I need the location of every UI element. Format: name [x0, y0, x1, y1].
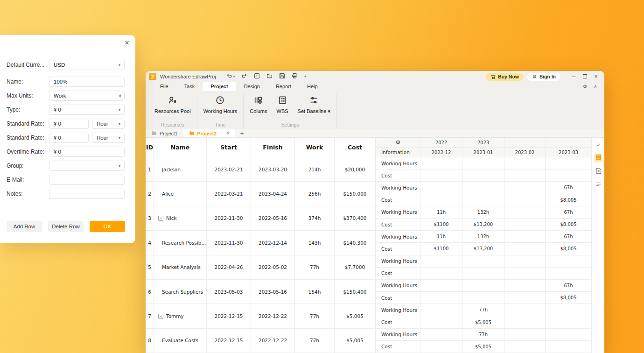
add-row-button[interactable]: Add Row — [7, 221, 42, 232]
task-cell-work[interactable]: 77h — [295, 329, 335, 353]
undo-icon[interactable]: ▾ — [226, 72, 235, 81]
save-icon[interactable] — [279, 72, 285, 81]
spinner-arrows-icon[interactable]: ▴▾ — [119, 94, 121, 98]
field-select[interactable]: ¥ 0▾ — [49, 105, 125, 115]
field-input[interactable]: ¥ 0 — [49, 147, 125, 157]
task-cell-finish[interactable]: 2022-12-14 — [251, 231, 295, 255]
hours-value-cell[interactable] — [504, 219, 546, 231]
report-view-icon[interactable] — [594, 154, 602, 162]
hours-value-cell[interactable] — [504, 255, 546, 268]
task-cell-id[interactable]: 4 — [146, 231, 154, 255]
task-cell-id[interactable]: 8 — [146, 329, 154, 353]
task-cell-work[interactable]: 77h — [295, 255, 335, 280]
task-cell-name[interactable]: Search Suppliers — [154, 280, 207, 304]
task-cell-finish[interactable]: 2022-12-22 — [251, 304, 295, 328]
field-input-unit[interactable]: ¥ 0 — [49, 133, 89, 143]
task-cell-id[interactable]: 5 — [146, 255, 154, 280]
menu-item-help[interactable]: Help — [299, 82, 326, 91]
buy-now-button[interactable]: Buy Now — [486, 73, 524, 81]
hours-value-cell[interactable] — [462, 194, 504, 206]
hours-value-cell[interactable]: $8,005 — [546, 194, 592, 206]
hours-value-cell[interactable]: 132h — [462, 231, 504, 243]
hours-value-cell[interactable]: 132h — [462, 206, 504, 219]
hours-value-cell[interactable]: 67h — [546, 182, 592, 194]
task-cell-id[interactable]: 7 — [146, 304, 154, 328]
hours-value-cell[interactable] — [462, 255, 504, 268]
task-cell-name[interactable]: Evaluate Costs — [154, 329, 207, 353]
hours-value-cell[interactable] — [504, 169, 546, 182]
menu-item-design[interactable]: Design — [236, 82, 268, 91]
settings-gear-icon[interactable]: ⚙ — [583, 84, 588, 89]
ribbon-button-resources-pool[interactable]: Resources Pool — [150, 94, 195, 114]
print-icon[interactable] — [292, 72, 298, 81]
delete-row-button[interactable]: Delete Row — [48, 221, 84, 232]
hours-settings-cell[interactable]: ⚙ — [376, 138, 420, 148]
task-cell-start[interactable]: 2023-05-03 — [207, 280, 251, 304]
dialog-close-icon[interactable]: × — [125, 39, 129, 47]
hours-value-cell[interactable] — [504, 206, 546, 219]
hours-value-cell[interactable] — [504, 292, 546, 304]
hours-value-cell[interactable] — [420, 280, 462, 292]
tab-project2[interactable]: Project2× — [183, 129, 235, 137]
task-cell-name[interactable]: –Nick — [154, 206, 207, 231]
menu-item-report[interactable]: Report — [268, 82, 299, 91]
hours-value-cell[interactable] — [420, 292, 462, 304]
hours-value-cell[interactable] — [420, 169, 462, 182]
expand-panel-icon[interactable]: » — [594, 140, 602, 148]
hours-value-cell[interactable]: 11h — [420, 231, 462, 243]
hours-value-cell[interactable] — [546, 341, 592, 353]
hours-value-cell[interactable] — [420, 329, 462, 341]
sign-in-button[interactable]: Sign In — [527, 73, 560, 81]
task-cell-finish[interactable]: 2022-05-02 — [251, 255, 295, 280]
hours-value-cell[interactable]: $5,005 — [462, 341, 504, 353]
close-button[interactable]: × — [592, 73, 600, 80]
collapse-expander-icon[interactable]: – — [158, 314, 163, 319]
task-cell-work[interactable]: 143h — [295, 231, 335, 255]
ribbon-button-working-hours[interactable]: Working Hours — [199, 94, 242, 114]
menu-item-file[interactable]: File — [152, 82, 176, 91]
hours-value-cell[interactable] — [546, 304, 592, 316]
field-input[interactable] — [49, 175, 125, 185]
hours-value-cell[interactable] — [546, 316, 592, 328]
collapse-expander-icon[interactable]: – — [158, 216, 163, 221]
open-icon[interactable] — [266, 72, 273, 81]
hours-value-cell[interactable] — [504, 329, 546, 341]
task-cell-name[interactable]: Jackson — [154, 157, 207, 182]
field-select[interactable]: USD▾ — [49, 60, 125, 70]
hours-value-cell[interactable] — [504, 341, 546, 353]
tab-project1[interactable]: Project1 — [146, 129, 183, 137]
hours-value-cell[interactable] — [504, 243, 546, 255]
hours-value-cell[interactable] — [462, 268, 504, 280]
task-cell-finish[interactable]: 2023-04-24 — [251, 182, 295, 206]
task-cell-work[interactable]: 214h — [295, 157, 335, 182]
task-cell-start[interactable]: 2022-12-15 — [207, 304, 251, 328]
ribbon-button-set-baseline[interactable]: Set Baseline ▾ — [294, 94, 335, 114]
hours-value-cell[interactable] — [504, 316, 546, 328]
task-cell-id[interactable]: 1 — [146, 157, 154, 182]
hours-value-cell[interactable]: $1100 — [420, 219, 462, 231]
hours-value-cell[interactable] — [546, 255, 592, 268]
hours-value-cell[interactable] — [504, 304, 546, 316]
outline-view-icon[interactable] — [594, 181, 602, 189]
field-unit-select[interactable]: Hour▾ — [92, 133, 125, 143]
ok-button[interactable]: OK — [90, 221, 125, 232]
menu-item-task[interactable]: Task — [176, 82, 203, 91]
hours-value-cell[interactable] — [504, 157, 546, 169]
task-cell-cost[interactable]: $370,400 — [335, 206, 376, 231]
task-cell-start[interactable]: 2022-03-21 — [207, 182, 251, 206]
hours-value-cell[interactable] — [420, 316, 462, 328]
menu-item-project[interactable]: Project — [203, 82, 236, 91]
field-select[interactable]: ▾ — [49, 161, 125, 171]
hours-value-cell[interactable] — [420, 182, 462, 194]
hours-value-cell[interactable]: $13,200 — [462, 243, 504, 255]
field-input[interactable]: 100% — [49, 77, 125, 87]
collapse-ribbon-icon[interactable]: ∧ — [594, 85, 597, 89]
hours-value-cell[interactable] — [420, 194, 462, 206]
task-cell-cost[interactable]: $20,000 — [335, 157, 376, 182]
gear-icon[interactable]: ⚙ — [396, 139, 401, 146]
task-cell-id[interactable]: 2 — [146, 182, 154, 206]
task-cell-work[interactable]: 154h — [295, 280, 335, 304]
task-cell-name[interactable]: –Tommy — [154, 304, 207, 328]
hours-value-cell[interactable] — [420, 268, 462, 280]
ribbon-button-colums[interactable]: Colums — [245, 94, 271, 114]
